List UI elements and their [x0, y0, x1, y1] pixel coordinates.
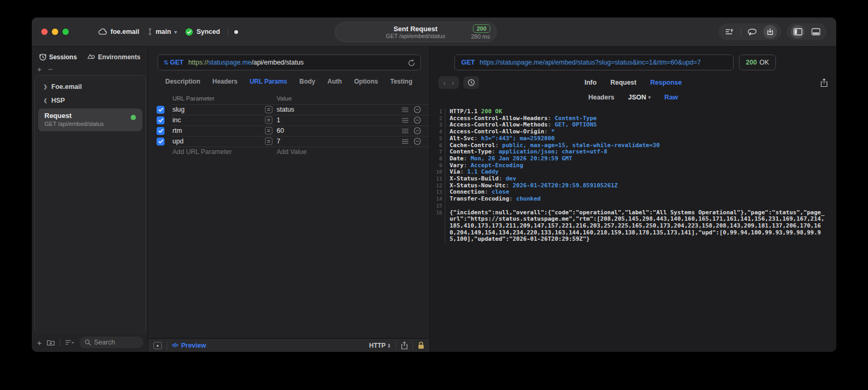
minimize-window-button[interactable]	[52, 29, 58, 35]
request-list-item-selected[interactable]: Request GET /api/embed/status	[38, 108, 142, 131]
tree-item-foe-email[interactable]: ❯ Foe.email	[35, 80, 145, 94]
param-row-rtm[interactable]: rtm = 60	[148, 125, 430, 136]
history-button[interactable]	[463, 76, 479, 89]
param-value[interactable]: 1	[277, 116, 399, 124]
tree-item-hsp[interactable]: ❮ HSP	[35, 94, 145, 107]
subtab-raw[interactable]: Raw	[664, 94, 678, 101]
resend-request-icon[interactable]	[408, 59, 415, 67]
toggle-bottom-panel-button[interactable]	[809, 25, 823, 39]
project-menu[interactable]: foe.email	[98, 28, 139, 35]
branch-icon	[148, 28, 152, 35]
code-line: 16{"incidents":null,"overall":{"code":"o…	[433, 210, 828, 243]
request-editor-pane: ⇅ GET https://statuspage.me/api/embed/st…	[148, 47, 430, 352]
line-text: Vary: Accept-Encoding	[445, 162, 828, 169]
remove-param-icon[interactable]	[412, 127, 423, 134]
history-nav: ‹ ›	[438, 76, 459, 89]
subtab-headers[interactable]: Headers	[588, 94, 614, 101]
export-response-icon[interactable]	[820, 78, 828, 87]
tab-description[interactable]: Description	[166, 78, 200, 85]
add-param-row[interactable]: Add URL Parameter Add Value	[148, 147, 430, 157]
url-host: statuspage.me	[208, 59, 251, 66]
response-body[interactable]: 1HTTP/1.1 200 OK2Access-Control-Allow-He…	[430, 104, 836, 352]
tab-body[interactable]: Body	[299, 78, 315, 85]
sent-request-subtitle: GET /api/embed/status	[386, 33, 445, 40]
sent-request-summary[interactable]: Sent Request GET /api/embed/status 200 2…	[335, 22, 497, 42]
close-window-button[interactable]	[41, 29, 48, 35]
tab-response[interactable]: Response	[650, 79, 682, 86]
share-icon[interactable]	[401, 341, 408, 350]
reorder-icon[interactable]	[399, 129, 412, 133]
param-value[interactable]: 7	[277, 138, 399, 145]
toggle-left-sidebar-button[interactable]	[791, 25, 805, 39]
response-tabs: Info Request Response	[584, 79, 682, 86]
line-number: 7	[433, 149, 445, 156]
reorder-icon[interactable]	[399, 139, 412, 144]
tab-auth[interactable]: Auth	[327, 78, 342, 85]
tab-request[interactable]: Request	[610, 79, 636, 86]
back-button[interactable]: ‹	[442, 79, 447, 87]
import-response-button[interactable]	[763, 25, 777, 39]
tab-options[interactable]: Options	[354, 78, 378, 85]
sync-label: Synced	[196, 28, 220, 35]
param-value[interactable]: status	[277, 106, 399, 113]
line-number: 9	[433, 162, 445, 169]
param-checkbox[interactable]	[157, 127, 165, 135]
tab-sessions-label: Sessions	[49, 53, 77, 61]
branch-name: main	[156, 28, 171, 35]
expand-panel-icon[interactable]: ▲	[153, 342, 162, 349]
sort-options-button[interactable]	[65, 339, 75, 346]
sync-status[interactable]: Synced	[185, 28, 220, 36]
remove-param-icon[interactable]	[412, 116, 423, 124]
remove-param-icon[interactable]	[412, 138, 423, 145]
forward-button[interactable]: ›	[450, 79, 455, 87]
request-editor-tabs: Description Headers URL Params Body Auth…	[148, 75, 430, 88]
param-name[interactable]: inc	[172, 116, 265, 124]
subtab-json[interactable]: JSON ▾	[628, 94, 651, 101]
param-checkbox[interactable]	[157, 138, 165, 146]
tab-sessions[interactable]: Sessions	[39, 53, 77, 61]
reorder-icon[interactable]	[399, 107, 412, 112]
search-placeholder: Search	[94, 339, 115, 346]
tab-environments[interactable]: Environments	[87, 53, 140, 61]
add-param-placeholder[interactable]: Add URL Parameter	[172, 148, 265, 156]
remove-param-icon[interactable]	[412, 106, 423, 113]
code-line: 14Transfer-Encoding: chunked	[433, 196, 828, 203]
request-name: Request	[44, 112, 137, 120]
param-row-upd[interactable]: upd = 7	[148, 136, 430, 147]
lasso-icon[interactable]	[745, 25, 759, 39]
zoom-window-button[interactable]	[62, 29, 69, 35]
param-row-inc[interactable]: inc = 1	[148, 115, 430, 125]
add-value-placeholder[interactable]: Add Value	[277, 148, 399, 156]
search-input[interactable]: Search	[79, 337, 143, 348]
reorder-icon[interactable]	[399, 118, 412, 123]
request-list-button[interactable]	[723, 25, 736, 39]
sent-url: https://statuspage.me/api/embed/status?s…	[480, 59, 701, 66]
line-number: 16	[433, 210, 445, 243]
code-icon: </>	[172, 342, 178, 348]
param-checkbox[interactable]	[157, 106, 165, 114]
tab-url-params[interactable]: URL Params	[250, 78, 287, 85]
protocol-selector[interactable]: HTTP ▲▼	[369, 342, 391, 349]
remove-session-button[interactable]: −	[48, 66, 53, 74]
param-checkbox[interactable]	[157, 116, 165, 124]
sent-request-url[interactable]: GET https://statuspage.me/api/embed/stat…	[454, 55, 734, 70]
preview-button[interactable]: </> Preview	[172, 342, 206, 349]
request-method[interactable]: GET	[170, 59, 184, 66]
param-name[interactable]: upd	[172, 138, 265, 145]
tab-info[interactable]: Info	[584, 79, 597, 86]
param-name[interactable]: rtm	[172, 127, 265, 134]
add-request-button[interactable]: +	[37, 338, 42, 347]
tab-testing[interactable]: Testing	[390, 78, 413, 85]
request-url-bar[interactable]: ⇅ GET https://statuspage.me/api/embed/st…	[158, 55, 421, 70]
editor-bottom-bar: ▲ </> Preview HTTP ▲▼	[148, 338, 430, 352]
new-group-button[interactable]	[47, 339, 55, 346]
add-session-button[interactable]: +	[37, 66, 42, 74]
method-stepper-icon[interactable]: ⇅	[163, 59, 168, 66]
param-name[interactable]: slug	[172, 106, 265, 113]
app-window: foe.email main ▾ Synced Sent Request GET…	[32, 17, 836, 352]
param-row-slug[interactable]: slug = status	[148, 104, 430, 115]
param-value[interactable]: 60	[277, 127, 399, 134]
lock-icon[interactable]	[418, 341, 424, 349]
branch-selector[interactable]: main ▾	[148, 28, 177, 35]
tab-headers[interactable]: Headers	[213, 78, 237, 85]
